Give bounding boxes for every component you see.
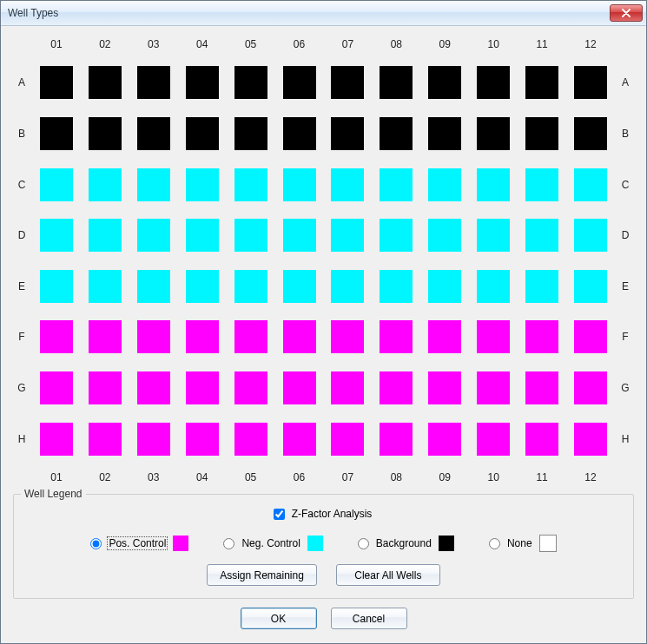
well-B03[interactable] [137,117,170,150]
well-B08[interactable] [380,117,413,150]
well-E03[interactable] [137,270,170,303]
row-label-left-G[interactable]: G [11,382,32,394]
well-C07[interactable] [331,168,364,201]
col-header-top-07[interactable]: 07 [324,38,373,50]
well-D09[interactable] [428,219,461,252]
close-button[interactable] [610,4,643,22]
well-E11[interactable] [525,270,558,303]
col-header-top-08[interactable]: 08 [372,38,420,50]
radio-label-background[interactable]: Background [374,536,433,550]
well-C04[interactable] [186,168,219,201]
clear-all-wells-button[interactable]: Clear All Wells [336,564,440,586]
well-C09[interactable] [428,168,461,201]
row-label-right-B[interactable]: B [615,128,636,140]
col-header-bottom-06[interactable]: 06 [275,471,324,483]
col-header-bottom-09[interactable]: 09 [420,471,469,483]
well-H07[interactable] [331,423,364,456]
well-A05[interactable] [234,66,267,99]
well-A01[interactable] [40,66,73,99]
well-E04[interactable] [186,270,219,303]
well-F08[interactable] [380,320,413,353]
col-header-bottom-12[interactable]: 12 [566,471,615,483]
well-F01[interactable] [40,320,73,353]
well-A06[interactable] [283,66,316,99]
zfactor-checkbox[interactable] [274,509,285,520]
col-header-top-10[interactable]: 10 [469,38,518,50]
well-D08[interactable] [380,219,413,252]
radio-none[interactable] [489,538,500,549]
well-D02[interactable] [89,219,122,252]
well-C08[interactable] [380,168,413,201]
well-F10[interactable] [477,320,510,353]
well-C05[interactable] [234,168,267,201]
row-label-left-F[interactable]: F [11,331,32,343]
well-G06[interactable] [283,371,316,404]
col-header-top-09[interactable]: 09 [420,38,469,50]
well-A09[interactable] [428,66,461,99]
col-header-top-05[interactable]: 05 [227,38,275,50]
well-A03[interactable] [137,66,170,99]
col-header-bottom-08[interactable]: 08 [372,471,420,483]
well-H01[interactable] [40,423,73,456]
well-H10[interactable] [477,423,510,456]
well-E01[interactable] [40,270,73,303]
well-F11[interactable] [525,320,558,353]
well-C01[interactable] [40,168,73,201]
well-F05[interactable] [234,320,267,353]
well-B09[interactable] [428,117,461,150]
radio-background[interactable] [358,538,369,549]
ok-button[interactable]: OK [241,608,317,629]
col-header-top-01[interactable]: 01 [32,38,81,50]
well-D01[interactable] [40,219,73,252]
assign-remaining-button[interactable]: Assign Remaining [207,564,317,586]
well-A04[interactable] [186,66,219,99]
well-D12[interactable] [574,219,607,252]
radio-pos[interactable] [90,538,102,549]
well-D05[interactable] [234,219,267,252]
col-header-top-12[interactable]: 12 [566,38,615,50]
col-header-bottom-10[interactable]: 10 [469,471,518,483]
well-G02[interactable] [89,371,122,404]
well-D07[interactable] [331,219,364,252]
well-C06[interactable] [283,168,316,201]
well-E06[interactable] [283,270,316,303]
radio-neg[interactable] [223,538,234,549]
well-D04[interactable] [186,219,219,252]
titlebar[interactable]: Well Types [1,1,646,26]
well-G07[interactable] [331,371,364,404]
row-label-left-A[interactable]: A [11,76,32,89]
well-D10[interactable] [477,219,510,252]
well-A07[interactable] [331,66,364,99]
well-B11[interactable] [525,117,558,150]
well-H12[interactable] [574,423,607,456]
well-B01[interactable] [40,117,73,150]
well-G04[interactable] [186,371,219,404]
col-header-bottom-05[interactable]: 05 [227,471,275,483]
well-H02[interactable] [89,423,122,456]
col-header-bottom-07[interactable]: 07 [324,471,373,483]
well-G10[interactable] [477,371,510,404]
well-E08[interactable] [380,270,413,303]
col-header-top-03[interactable]: 03 [129,38,178,50]
well-B04[interactable] [186,117,219,150]
well-F06[interactable] [283,320,316,353]
well-F12[interactable] [574,320,607,353]
row-label-right-G[interactable]: G [615,382,636,394]
radio-label-neg[interactable]: Neg. Control [240,536,301,550]
well-B07[interactable] [331,117,364,150]
well-H11[interactable] [525,423,558,456]
well-A08[interactable] [380,66,413,99]
well-G05[interactable] [234,371,267,404]
well-C02[interactable] [89,168,122,201]
col-header-top-06[interactable]: 06 [275,38,324,50]
row-label-left-B[interactable]: B [11,128,32,140]
row-label-right-A[interactable]: A [615,76,636,89]
well-E05[interactable] [234,270,267,303]
well-F07[interactable] [331,320,364,353]
well-H03[interactable] [137,423,170,456]
well-H09[interactable] [428,423,461,456]
zfactor-label[interactable]: Z-Factor Analysis [290,507,374,521]
row-label-right-D[interactable]: D [615,229,636,241]
col-header-top-11[interactable]: 11 [518,38,566,50]
radio-label-pos[interactable]: Pos. Control [107,536,168,550]
